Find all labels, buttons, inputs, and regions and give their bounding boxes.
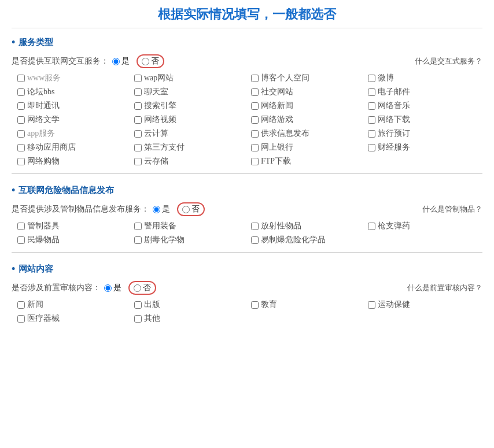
help-link-service[interactable]: 什么是交互式服务？ <box>415 56 482 66</box>
radio-yes-service[interactable]: 是 <box>112 56 130 66</box>
checkbox-news-content[interactable]: 新闻 <box>17 299 132 310</box>
section-website-content: 网站内容 是否涉及前置审核内容： 是 否 什么是前置审核内容？ 新闻 出版 教育… <box>12 263 482 331</box>
radio-group-service: 是 否 <box>112 54 411 68</box>
radio-yes-content[interactable]: 是 <box>104 283 121 293</box>
radio-no-service[interactable]: 否 <box>137 54 164 68</box>
section-title-service-type: 服务类型 <box>12 36 482 49</box>
checkbox-medical-device[interactable]: 医疗器械 <box>17 313 132 324</box>
dangerous-checkbox-grid: 管制器具 警用装备 放射性物品 枪支弹药 民爆物品 剧毒化学物 易制爆危险化学品 <box>12 221 482 245</box>
checkbox-wap[interactable]: wap网站 <box>134 73 249 83</box>
page-title: 根据实际情况填写，一般都选否 <box>12 6 482 28</box>
question-label-content: 是否涉及前置审核内容： <box>12 283 101 293</box>
checkbox-game[interactable]: 网络游戏 <box>251 114 366 125</box>
checkbox-cloud[interactable]: 云计算 <box>134 128 249 139</box>
checkbox-blog[interactable]: 博客个人空间 <box>251 73 366 83</box>
checkbox-literature[interactable]: 网络文学 <box>17 114 132 125</box>
checkbox-download[interactable]: 网络下载 <box>368 114 482 125</box>
checkbox-app[interactable]: app服务 <box>17 128 132 139</box>
service-checkbox-grid: www服务 wap网站 博客个人空间 微博 论坛bbs 聊天室 社交网站 电子邮… <box>12 73 482 166</box>
question-row-dangerous: 是否提供涉及管制物品信息发布服务： 是 否 什么是管制物品？ <box>12 202 482 216</box>
section-dangerous-goods: 互联网危险物品信息发布 是否提供涉及管制物品信息发布服务： 是 否 什么是管制物… <box>12 184 482 253</box>
checkbox-appstore[interactable]: 移动应用商店 <box>17 142 132 153</box>
help-link-dangerous[interactable]: 什么是管制物品？ <box>422 204 482 214</box>
checkbox-health[interactable]: 运动保健 <box>368 299 482 310</box>
checkbox-shopping[interactable]: 网络购物 <box>17 156 132 166</box>
checkbox-police-gear[interactable]: 警用装备 <box>134 221 249 231</box>
checkbox-payment[interactable]: 第三方支付 <box>134 142 249 153</box>
checkbox-music[interactable]: 网络音乐 <box>368 101 482 111</box>
section-service-type: 服务类型 是否提供互联网交互服务： 是 否 什么是交互式服务？ www服务 wa… <box>12 36 482 174</box>
checkbox-chemical[interactable]: 易制爆危险化学品 <box>251 235 366 245</box>
radio-no-dangerous[interactable]: 否 <box>177 202 205 216</box>
question-label-service: 是否提供互联网交互服务： <box>12 56 109 66</box>
section-title-dangerous: 互联网危险物品信息发布 <box>12 184 482 197</box>
checkbox-im[interactable]: 即时通讯 <box>17 101 132 111</box>
checkbox-bbs[interactable]: 论坛bbs <box>17 87 132 97</box>
checkbox-guns[interactable]: 枪支弹药 <box>368 221 482 231</box>
checkbox-www[interactable]: www服务 <box>17 73 132 83</box>
checkbox-publish[interactable]: 出版 <box>134 299 249 310</box>
checkbox-education[interactable]: 教育 <box>251 299 366 310</box>
checkbox-banking[interactable]: 网上银行 <box>251 142 366 153</box>
content-checkbox-grid: 新闻 出版 教育 运动保健 医疗器械 其他 <box>12 299 482 324</box>
checkbox-news[interactable]: 网络新闻 <box>251 101 366 111</box>
radio-group-content: 是 否 <box>104 281 404 295</box>
checkbox-other[interactable]: 其他 <box>134 313 249 324</box>
radio-no-content[interactable]: 否 <box>128 281 156 295</box>
checkbox-cloudstorage[interactable]: 云存储 <box>134 156 249 166</box>
checkbox-weibo[interactable]: 微博 <box>368 73 482 83</box>
checkbox-travel[interactable]: 旅行预订 <box>368 128 482 139</box>
help-link-content[interactable]: 什么是前置审核内容？ <box>407 283 482 293</box>
checkbox-video[interactable]: 网络视频 <box>134 114 249 125</box>
checkbox-supply[interactable]: 供求信息发布 <box>251 128 366 139</box>
checkbox-toxic[interactable]: 剧毒化学物 <box>134 235 249 245</box>
checkbox-radioactive[interactable]: 放射性物品 <box>251 221 366 231</box>
checkbox-controlled-tools[interactable]: 管制器具 <box>17 221 132 231</box>
section-title-content: 网站内容 <box>12 263 482 275</box>
checkbox-finance[interactable]: 财经服务 <box>368 142 482 153</box>
checkbox-explosive[interactable]: 民爆物品 <box>17 235 132 245</box>
checkbox-chat[interactable]: 聊天室 <box>134 87 249 97</box>
checkbox-social[interactable]: 社交网站 <box>251 87 366 97</box>
checkbox-search[interactable]: 搜索引擎 <box>134 101 249 111</box>
question-label-dangerous: 是否提供涉及管制物品信息发布服务： <box>12 204 149 214</box>
checkbox-email[interactable]: 电子邮件 <box>368 87 482 97</box>
radio-group-dangerous: 是 否 <box>153 202 419 216</box>
question-row-service: 是否提供互联网交互服务： 是 否 什么是交互式服务？ <box>12 54 482 68</box>
question-row-content: 是否涉及前置审核内容： 是 否 什么是前置审核内容？ <box>12 281 482 295</box>
radio-yes-dangerous[interactable]: 是 <box>153 204 170 214</box>
checkbox-ftp[interactable]: FTP下载 <box>251 156 366 166</box>
